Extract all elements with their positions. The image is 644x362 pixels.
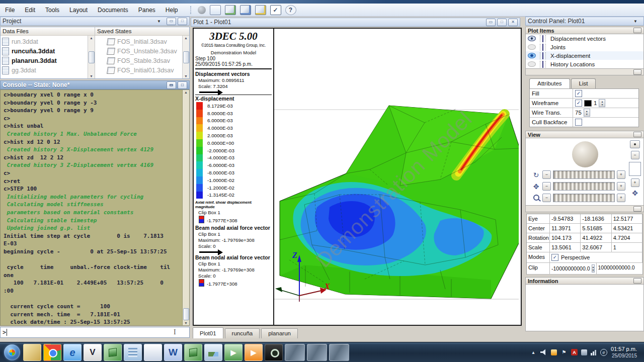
- scroll-down-icon[interactable]: ▼: [184, 321, 188, 325]
- camera-value-x[interactable]: -9.54783: [550, 214, 581, 223]
- tab-list[interactable]: List: [571, 78, 596, 88]
- taskbar-chrome-icon[interactable]: [43, 344, 61, 361]
- tray-adobe-icon[interactable]: A: [571, 349, 578, 355]
- help-icon[interactable]: ?: [285, 5, 296, 15]
- minimize-window-button[interactable]: ▭: [486, 19, 496, 26]
- taskbar-word-icon[interactable]: W: [164, 344, 182, 361]
- float-window-button[interactable]: ▭: [167, 18, 176, 25]
- menu-item[interactable]: Layout: [64, 5, 93, 16]
- clip-stepper[interactable]: ▲▼: [592, 264, 595, 273]
- clip-max-value[interactable]: 10000000000.0: [597, 263, 643, 274]
- camera-value-z[interactable]: 1: [612, 243, 642, 252]
- start-button[interactable]: [4, 344, 20, 360]
- taskbar-internet-explorer-icon[interactable]: e: [63, 344, 82, 361]
- scroll-up-icon[interactable]: ▲: [90, 36, 93, 40]
- collapse-button[interactable]: [633, 206, 641, 212]
- collapse-button[interactable]: [633, 28, 641, 33]
- tray-action-center-icon[interactable]: ⚑: [560, 349, 568, 355]
- maximize-window-button[interactable]: □: [178, 18, 187, 25]
- camera-value-y[interactable]: 5.51685: [581, 224, 611, 233]
- data-file-item[interactable]: gg.3ddat: [2, 65, 87, 75]
- console-titlebar[interactable]: Console -- State: None* ▭ □: [0, 80, 190, 89]
- cube-export-icon[interactable]: [255, 5, 266, 15]
- taskbar-explorer-icon[interactable]: [23, 344, 41, 361]
- clip-min-value[interactable]: -10000000000.0: [551, 265, 590, 272]
- collapse-button[interactable]: [633, 278, 641, 284]
- taskbar-3dec-model-icon[interactable]: [184, 344, 202, 361]
- data-file-item[interactable]: runcuña.3ddat: [2, 46, 87, 56]
- camera-value-z[interactable]: 4.53421: [612, 224, 642, 233]
- model-viewport[interactable]: Z X Demonstration Model: [274, 29, 521, 325]
- rotate-minus-button[interactable]: −: [542, 170, 551, 179]
- plot-tab[interactable]: planarun: [261, 328, 298, 338]
- plot-item-row[interactable]: Displacement vectors: [526, 34, 643, 43]
- menu-item[interactable]: Help: [160, 5, 183, 16]
- camera-value-y[interactable]: 41.4922: [581, 233, 611, 242]
- tray-device-icon[interactable]: [581, 349, 587, 355]
- camera-value-z[interactable]: 4.7204: [612, 233, 642, 242]
- saved-state-item[interactable]: FOS_Stable.3dsav: [107, 56, 182, 65]
- zoom-plus-button[interactable]: +: [617, 194, 625, 202]
- float-window-button[interactable]: ▭: [167, 81, 176, 89]
- visibility-eye-icon[interactable]: [528, 44, 536, 50]
- camera-value-y[interactable]: -18.1636: [581, 214, 611, 223]
- close-window-button[interactable]: ✕: [508, 19, 518, 26]
- scroll-down-icon[interactable]: ▼: [184, 74, 188, 78]
- document-globe-icon[interactable]: [210, 5, 221, 15]
- camera-value-z[interactable]: 12.5177: [612, 214, 642, 223]
- cube-open-icon[interactable]: [240, 5, 251, 15]
- cull-backface-checkbox[interactable]: [575, 119, 582, 126]
- data-files-scrollbar[interactable]: ▲ ▼: [88, 36, 95, 78]
- wireframe-checkbox[interactable]: ✓: [575, 100, 582, 107]
- tray-expand-icon[interactable]: ▴: [530, 349, 537, 355]
- scroll-up-icon[interactable]: ▲: [184, 90, 188, 94]
- plot-item-row[interactable]: Joints: [526, 43, 643, 51]
- saved-states-scrollbar[interactable]: ▲ ▼: [182, 36, 189, 78]
- plot-items-splitter[interactable]: [525, 69, 644, 75]
- wireframe-width-stepper[interactable]: ▲▼: [599, 99, 605, 107]
- pan-plus-button[interactable]: +: [617, 182, 625, 191]
- taskbar-notepad-icon[interactable]: [144, 344, 162, 361]
- menu-item[interactable]: File: [0, 5, 20, 16]
- rotate-slider[interactable]: [553, 170, 615, 179]
- center-view-button[interactable]: [630, 140, 640, 148]
- taskbar-webcam-icon[interactable]: [265, 344, 283, 361]
- data-file-item[interactable]: run.3ddat: [2, 37, 87, 46]
- console-input[interactable]: > I: [0, 327, 190, 338]
- console-scrollbar[interactable]: ▲ ▼: [182, 90, 189, 325]
- collapse-button[interactable]: [633, 69, 641, 75]
- clip-range-box[interactable]: [629, 162, 641, 176]
- menu-item[interactable]: Panes: [133, 5, 160, 16]
- menu-item[interactable]: Documents: [93, 5, 133, 16]
- camera-value-y[interactable]: 32.6067: [581, 243, 611, 252]
- tray-network-icon[interactable]: [591, 349, 597, 355]
- tray-app-icon[interactable]: [551, 349, 557, 355]
- fill-checkbox[interactable]: ✓: [575, 90, 582, 97]
- visibility-eye-icon[interactable]: [528, 36, 536, 41]
- scrollbar-thumb[interactable]: [183, 51, 189, 63]
- plot-tab[interactable]: Plot01: [193, 327, 223, 338]
- taskbar-camtasia-icon[interactable]: ▶: [224, 344, 243, 361]
- pan-slider[interactable]: [553, 182, 615, 191]
- taskbar-clock[interactable]: 01:57 p.m. 25/09/2015: [611, 346, 637, 359]
- control-panel-titlebar[interactable]: Control Panel: Plot01 ▼: [525, 17, 644, 26]
- taskbar-3dec-icon[interactable]: [104, 344, 122, 361]
- visibility-eye-icon[interactable]: [528, 53, 536, 58]
- cube-save-icon[interactable]: [225, 5, 236, 15]
- project-titlebar[interactable]: Project ▼ ▭ □: [0, 17, 190, 26]
- maximize-window-button[interactable]: □: [178, 81, 187, 89]
- maximize-window-button[interactable]: □: [497, 19, 507, 26]
- taskbar-v-app-icon[interactable]: V: [84, 344, 102, 361]
- taskbar-media-player-icon[interactable]: ▶: [245, 344, 263, 361]
- visibility-eye-icon[interactable]: [528, 61, 536, 67]
- data-file-item[interactable]: planarun.3ddat: [2, 56, 87, 65]
- taskbar-window-thumbnail[interactable]: [329, 344, 349, 361]
- wiretrans-stepper[interactable]: ▲▼: [584, 109, 590, 117]
- scrollbar-thumb[interactable]: [89, 51, 95, 63]
- pan-hand-icon[interactable]: ✥: [631, 190, 639, 198]
- zoom-minus-button[interactable]: −: [542, 194, 551, 202]
- saved-state-item[interactable]: FOS_Initial.3dsav: [107, 37, 182, 46]
- chevron-down-icon[interactable]: ▼: [633, 19, 637, 24]
- menu-item[interactable]: Tools: [40, 5, 64, 16]
- clip-plus-button[interactable]: +: [631, 178, 639, 187]
